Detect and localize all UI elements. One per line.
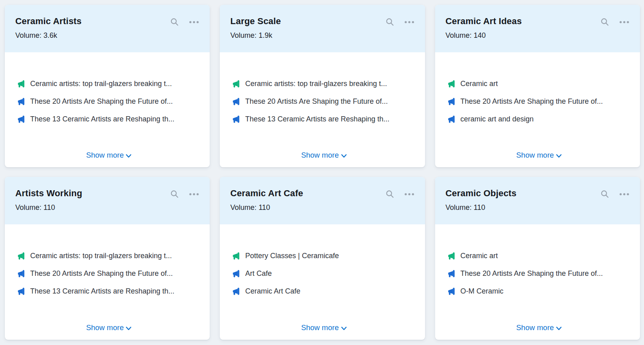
megaphone-icon	[447, 287, 456, 296]
page-list-item: These 20 Artists Are Shaping the Future …	[447, 265, 631, 282]
show-more-label: Show more	[516, 323, 554, 332]
page-list-item: Ceramic artists: top trail-glazers break…	[17, 247, 201, 265]
volume-label: Volume:	[446, 203, 472, 212]
item-list: Ceramic artists: top trail-glazers break…	[17, 247, 201, 300]
search-icon	[385, 17, 394, 27]
item-text: These 20 Artists Are Shaping the Future …	[245, 97, 388, 106]
show-more-button[interactable]: Show more	[86, 323, 132, 332]
volume-label: Volume:	[230, 203, 256, 212]
megaphone-icon	[17, 252, 25, 260]
search-button[interactable]	[385, 189, 394, 199]
page-list-item: These 13 Ceramic Artists are Reshaping t…	[232, 110, 416, 128]
show-more-button[interactable]: Show more	[516, 323, 562, 332]
show-more-button[interactable]: Show more	[301, 151, 347, 160]
more-options-button[interactable]	[619, 193, 630, 196]
card-volume: Volume: 3.6k	[15, 31, 199, 40]
card-header: Large Scale Volume: 1.9k	[220, 5, 425, 52]
show-more-label: Show more	[86, 151, 124, 160]
topic-card: Ceramic Art Ideas Volume: 140	[435, 5, 640, 167]
volume-value: 1.9k	[258, 31, 272, 39]
megaphone-icon	[447, 115, 456, 123]
megaphone-icon	[447, 97, 456, 106]
megaphone-icon	[232, 115, 240, 123]
search-button[interactable]	[600, 17, 609, 27]
page-list-item: These 13 Ceramic Artists are Reshaping t…	[17, 110, 201, 128]
ellipsis-icon	[619, 193, 630, 196]
page-list-item: These 20 Artists Are Shaping the Future …	[447, 92, 631, 110]
card-body: Ceramic art These 20 Artists Are Shaping…	[435, 52, 640, 167]
search-icon	[600, 17, 609, 27]
show-more-label: Show more	[86, 323, 124, 332]
card-body: Ceramic art These 20 Artists Are Shaping…	[435, 224, 640, 340]
ellipsis-icon	[189, 21, 199, 24]
item-list: Ceramic artists: top trail-glazers break…	[17, 75, 201, 128]
item-text: Ceramic artists: top trail-glazers break…	[245, 79, 387, 88]
page-list-item: These 20 Artists Are Shaping the Future …	[17, 92, 201, 110]
megaphone-icon	[232, 97, 240, 106]
show-more-label: Show more	[516, 151, 554, 160]
item-text: Ceramic artists: top trail-glazers break…	[30, 251, 172, 260]
item-text: ceramic art and design	[460, 115, 534, 123]
item-list: Ceramic artists: top trail-glazers break…	[232, 75, 416, 128]
more-options-button[interactable]	[619, 21, 630, 24]
ellipsis-icon	[189, 193, 199, 196]
search-button[interactable]	[170, 189, 179, 199]
item-list: Ceramic art These 20 Artists Are Shaping…	[447, 75, 631, 128]
page-list-item: Ceramic Art Cafe	[232, 282, 416, 300]
card-volume: Volume: 110	[446, 203, 630, 212]
card-body: Ceramic artists: top trail-glazers break…	[5, 52, 210, 167]
card-header: Ceramic Objects Volume: 110	[435, 177, 640, 224]
item-text: These 13 Ceramic Artists are Reshaping t…	[30, 287, 174, 296]
volume-value: 3.6k	[43, 31, 57, 39]
search-button[interactable]	[170, 17, 179, 27]
topic-card: Ceramic Objects Volume: 110	[435, 177, 640, 340]
card-header-actions	[170, 189, 199, 199]
card-header: Ceramic Art Ideas Volume: 140	[435, 5, 640, 52]
megaphone-icon	[447, 80, 456, 88]
card-header: Artists Working Volume: 110	[5, 177, 210, 224]
cluster-grid: Ceramic Artists Volume: 3.6k	[0, 0, 644, 345]
search-button[interactable]	[600, 189, 609, 199]
topic-card: Artists Working Volume: 110	[5, 177, 210, 340]
search-icon	[170, 189, 179, 199]
more-options-button[interactable]	[189, 193, 199, 196]
page-list-item: Ceramic art	[447, 75, 631, 92]
item-list: Ceramic art These 20 Artists Are Shaping…	[447, 247, 631, 300]
more-options-button[interactable]	[404, 21, 415, 24]
chevron-down-icon	[126, 327, 132, 331]
page-list-item: ceramic art and design	[447, 110, 631, 128]
megaphone-icon	[447, 269, 456, 278]
ellipsis-icon	[619, 21, 630, 24]
chevron-down-icon	[556, 327, 562, 331]
megaphone-icon	[232, 80, 240, 88]
megaphone-icon	[232, 269, 240, 278]
megaphone-icon	[17, 80, 25, 88]
item-text: Ceramic Art Cafe	[245, 287, 300, 296]
card-header-actions	[170, 17, 199, 27]
page-list-item: O-M Ceramic	[447, 282, 631, 300]
card-header-actions	[600, 189, 630, 199]
megaphone-icon	[17, 97, 25, 106]
card-header-actions	[385, 189, 415, 199]
item-text: These 20 Artists Are Shaping the Future …	[30, 269, 173, 278]
page-list-item: These 13 Ceramic Artists are Reshaping t…	[17, 282, 201, 300]
card-body: Ceramic artists: top trail-glazers break…	[5, 224, 210, 340]
topic-card: Ceramic Artists Volume: 3.6k	[5, 5, 210, 167]
chevron-down-icon	[126, 154, 132, 158]
megaphone-icon	[17, 269, 25, 278]
show-more-button[interactable]: Show more	[516, 151, 562, 160]
page-list-item: Ceramic artists: top trail-glazers break…	[17, 75, 201, 92]
topic-card: Large Scale Volume: 1.9k	[220, 5, 425, 167]
page-list-item: Ceramic art	[447, 247, 631, 265]
search-button[interactable]	[385, 17, 394, 27]
chevron-down-icon	[341, 154, 347, 158]
card-volume: Volume: 110	[230, 203, 414, 212]
more-options-button[interactable]	[404, 193, 415, 196]
more-options-button[interactable]	[189, 21, 199, 24]
item-text: O-M Ceramic	[460, 287, 504, 296]
show-more-label: Show more	[301, 151, 339, 160]
show-more-button[interactable]: Show more	[86, 151, 132, 160]
megaphone-icon	[447, 252, 456, 260]
chevron-down-icon	[341, 327, 347, 331]
show-more-button[interactable]: Show more	[301, 323, 347, 332]
